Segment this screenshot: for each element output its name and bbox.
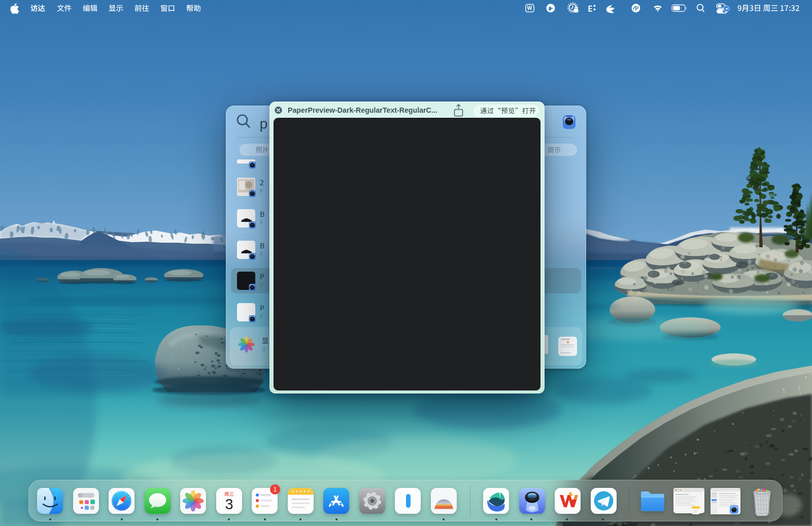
svg-text:1: 1	[274, 486, 277, 493]
svg-text:PaperPreview-Dark-RegularText-: PaperPreview-Dark-RegularText-RegularC..…	[288, 106, 437, 114]
svg-text:3: 3	[225, 496, 233, 512]
